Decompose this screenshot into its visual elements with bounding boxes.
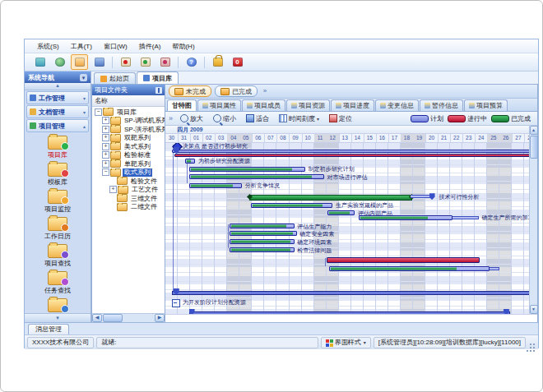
- group-project-management[interactable]: 项目管理▴: [26, 119, 89, 132]
- globe-icon[interactable]: [51, 54, 68, 70]
- time-scale-button[interactable]: 时间刻度▾: [275, 113, 323, 124]
- scroll-down-icon[interactable]: ▼: [530, 305, 538, 314]
- tree-node[interactable]: 三维文件: [92, 194, 165, 203]
- workstation-icon[interactable]: [90, 54, 108, 70]
- task-assign-initial-research-resources[interactable]: [185, 159, 195, 164]
- tree-node[interactable]: +双靶系列: [92, 134, 165, 143]
- scroll-up-icon[interactable]: ▲: [530, 126, 538, 135]
- tree-node[interactable]: 检验文件: [92, 177, 165, 186]
- tree-node[interactable]: +SP-演示机系列: [92, 125, 165, 134]
- expand-icon[interactable]: +: [109, 186, 117, 193]
- gtab-pause-info[interactable]: 暂停信息: [420, 99, 463, 111]
- toolbar-overflow-icon[interactable]: »: [169, 114, 173, 122]
- task-analyze-competition[interactable]: [189, 183, 243, 188]
- locate-button[interactable]: 定位: [325, 113, 356, 124]
- mail-receive-icon[interactable]: [137, 54, 154, 70]
- interface-style-button[interactable]: 界面样式 ▾: [321, 337, 371, 348]
- task-in-progress-long[interactable]: [327, 257, 480, 263]
- sidebar-item-work-calendar[interactable]: 工作日历: [25, 217, 90, 241]
- tree-node[interactable]: +美式系列: [92, 142, 165, 151]
- fit-button[interactable]: 适合: [242, 113, 273, 124]
- gtab-project-members[interactable]: 项目成员: [242, 99, 285, 111]
- sidebar-item-project-monitor[interactable]: 项目监控: [25, 190, 90, 214]
- filter-unfinished[interactable]: 未完成: [169, 85, 211, 97]
- zoom-in-button[interactable]: 放大: [176, 113, 207, 124]
- task-check-legal-issues[interactable]: [230, 247, 294, 252]
- pin-icon[interactable]: [155, 87, 162, 94]
- group-document-management[interactable]: 文档管理▾: [26, 105, 89, 118]
- scroll-right-icon[interactable]: ▶: [155, 314, 165, 322]
- sidebar-item-project-search[interactable]: 项目查找: [25, 244, 90, 268]
- gtab-project-properties[interactable]: 项目属性: [197, 99, 241, 111]
- filter-finished[interactable]: 已完成: [215, 85, 258, 97]
- expand-icon[interactable]: +: [102, 126, 109, 133]
- sidebar-item-template-library[interactable]: 模板库: [25, 163, 90, 187]
- help-icon[interactable]: ?: [183, 54, 200, 70]
- summary-development-phase[interactable]: [172, 291, 529, 295]
- gtab-gantt[interactable]: 甘特图: [167, 99, 197, 111]
- scroll-thumb[interactable]: [103, 314, 123, 322]
- tree-node[interactable]: +单靶系列: [92, 159, 165, 168]
- menu-window[interactable]: 窗口(W): [98, 41, 133, 52]
- tab-start-page[interactable]: 起始页: [94, 72, 136, 84]
- lock-icon[interactable]: [209, 54, 226, 70]
- expand-icon[interactable]: +: [102, 134, 109, 141]
- menu-system[interactable]: 系统(S): [31, 41, 65, 52]
- tree-node[interactable]: +SP-调试机系列: [92, 117, 165, 126]
- expand-icon[interactable]: +: [102, 117, 109, 124]
- scroll-left-icon[interactable]: ◀: [92, 314, 102, 322]
- task-make-initial-research-plan[interactable]: [189, 167, 305, 172]
- exit-icon[interactable]: 0: [229, 54, 246, 70]
- task-determine-safety-factors[interactable]: [230, 231, 296, 236]
- gtab-project-resources[interactable]: 项目资源: [286, 99, 330, 111]
- gtab-change-info[interactable]: 变更信息: [375, 99, 419, 111]
- tree-column-header[interactable]: 名称: [92, 95, 165, 107]
- message-management-tab[interactable]: 消息管理: [28, 324, 69, 334]
- folder-icon: [48, 163, 67, 177]
- monitor-icon[interactable]: [31, 54, 49, 70]
- expand-icon[interactable]: +: [102, 151, 109, 159]
- group-work-management[interactable]: 工作管理▾: [26, 91, 89, 104]
- sidebar-collapse-strip[interactable]: ▴: [25, 83, 90, 90]
- menu-tools[interactable]: 工具(T): [65, 41, 98, 52]
- task-lab-scale-product[interactable]: [251, 203, 332, 208]
- task-evaluate-market[interactable]: [189, 174, 324, 179]
- gtab-project-budget[interactable]: 项目预算: [464, 99, 508, 111]
- task-evaluate-production-capacity[interactable]: [230, 224, 294, 228]
- sidebar-options-icon[interactable]: ▾: [80, 74, 87, 81]
- sidebar-more-strip[interactable]: ▾: [25, 313, 90, 322]
- sidebar-item-project-library[interactable]: 项目库: [25, 136, 90, 159]
- summary-dev-plan[interactable]: [189, 311, 510, 314]
- tree-horizontal-scrollbar[interactable]: ◀ ▶: [92, 313, 165, 322]
- mail-compose-icon[interactable]: [117, 54, 134, 70]
- gantt-vertical-scrollbar[interactable]: ▲ ▼: [529, 126, 537, 314]
- scroll-thumb[interactable]: [530, 136, 538, 159]
- tree-node[interactable]: 二维文件: [92, 203, 165, 212]
- tree-node-label: 美式系列: [123, 142, 152, 151]
- menu-help[interactable]: 帮助(H): [166, 41, 200, 52]
- folder-open-icon[interactable]: [71, 54, 88, 70]
- expand-icon[interactable]: +: [102, 160, 109, 168]
- gtab-project-progress[interactable]: 项目进度: [331, 99, 374, 111]
- project-progress-bar[interactable]: [174, 154, 529, 157]
- sidebar-item-project-doc-search[interactable]: 项目文档查找: [25, 298, 90, 313]
- tree-node[interactable]: −项目库: [92, 108, 165, 117]
- summary-tech-feasibility[interactable]: [249, 195, 412, 201]
- tree-node[interactable]: +检验标准: [92, 151, 165, 160]
- expand-icon[interactable]: +: [102, 143, 109, 150]
- sidebar-item-task-search[interactable]: 任务查找: [25, 271, 90, 295]
- collapse-icon[interactable]: −: [95, 108, 102, 116]
- menu-plugins[interactable]: 插件(A): [133, 41, 167, 52]
- resize-grip[interactable]: [528, 339, 536, 346]
- task-determine-environment-factors[interactable]: [230, 239, 294, 244]
- collapse-icon[interactable]: −: [102, 168, 109, 176]
- tree-node[interactable]: +工艺文件: [92, 186, 165, 195]
- marker-assign-dev-plan-resources[interactable]: [172, 299, 180, 307]
- task-plan-long[interactable]: [329, 266, 490, 271]
- zoom-out-button[interactable]: 缩小: [209, 113, 240, 124]
- tree-node[interactable]: −欧式系列: [92, 168, 165, 178]
- tab-project-library[interactable]: 项目库: [137, 71, 179, 84]
- task-evaluate-internal-product[interactable]: [327, 210, 355, 215]
- more-filters-icon[interactable]: »: [261, 87, 269, 95]
- mail-alert-icon[interactable]: [156, 54, 174, 70]
